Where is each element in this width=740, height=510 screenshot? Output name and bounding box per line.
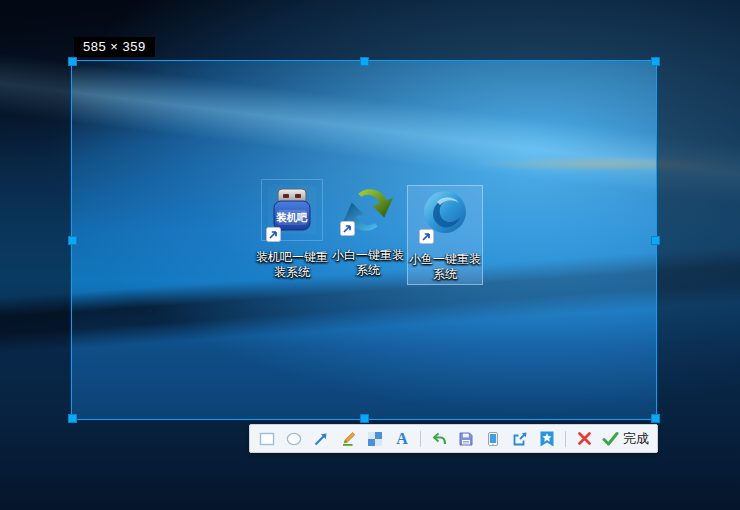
brush-tool-icon[interactable] bbox=[339, 430, 357, 448]
resize-handle-bottom-right[interactable] bbox=[651, 414, 660, 423]
icon-label-xiaobai: 小白一键重装 系统 bbox=[332, 248, 404, 278]
label-line: 装机吧一键重 bbox=[256, 250, 328, 265]
resize-handle-right[interactable] bbox=[651, 236, 660, 245]
undo-icon[interactable] bbox=[430, 430, 448, 448]
desktop-icon-zhuangjiba[interactable]: 装机吧 装机吧一键重 装系统 bbox=[254, 184, 330, 280]
capture-toolbar: A bbox=[249, 424, 658, 453]
desktop-icon-xiaoyu[interactable]: 小鱼一键重装 系统 bbox=[407, 185, 483, 285]
resize-handle-left[interactable] bbox=[68, 236, 77, 245]
resize-handle-bottom[interactable] bbox=[360, 414, 369, 423]
text-tool-icon[interactable]: A bbox=[393, 430, 411, 448]
check-icon bbox=[602, 430, 619, 447]
rectangle-tool-icon[interactable] bbox=[258, 430, 276, 448]
save-icon[interactable] bbox=[457, 430, 475, 448]
label-line: 系统 bbox=[332, 263, 404, 278]
device-preview-icon[interactable] bbox=[484, 430, 502, 448]
toolbar-separator bbox=[565, 431, 566, 447]
svg-text:装机吧: 装机吧 bbox=[275, 211, 308, 223]
xiaoyu-swirl-icon bbox=[421, 188, 469, 236]
resize-handle-top-left[interactable] bbox=[68, 57, 77, 66]
resize-handle-top[interactable] bbox=[360, 57, 369, 66]
desktop-icon-xiaobai[interactable]: 小白一键重装 系统 bbox=[330, 182, 406, 278]
icon-label-zhuangjiba: 装机吧一键重 装系统 bbox=[256, 250, 328, 280]
shortcut-arrow-icon bbox=[266, 227, 281, 242]
label-line: 小白一键重装 bbox=[332, 248, 404, 263]
bookmark-star-icon[interactable] bbox=[538, 430, 556, 448]
shortcut-arrow-icon bbox=[419, 229, 434, 244]
done-button[interactable]: 完成 bbox=[602, 430, 649, 448]
shortcut-arrow-icon bbox=[340, 221, 355, 236]
icon-label-xiaoyu: 小鱼一键重装 系统 bbox=[409, 252, 481, 282]
done-label: 完成 bbox=[623, 430, 649, 448]
toolbar-separator bbox=[420, 431, 421, 447]
zhuangjiba-usb-icon: 装机吧 bbox=[268, 186, 316, 234]
ellipse-tool-icon[interactable] bbox=[285, 430, 303, 448]
label-line: 小鱼一键重装 bbox=[409, 252, 481, 267]
xiaobai-arrows-icon bbox=[342, 184, 394, 236]
label-line: 系统 bbox=[409, 267, 481, 282]
resize-handle-top-right[interactable] bbox=[651, 57, 660, 66]
resize-handle-bottom-left[interactable] bbox=[68, 414, 77, 423]
selection-size-label: 585 × 359 bbox=[74, 37, 155, 57]
mosaic-tool-icon[interactable] bbox=[366, 430, 384, 448]
label-line: 装系统 bbox=[256, 265, 328, 280]
arrow-tool-icon[interactable] bbox=[312, 430, 330, 448]
cancel-icon[interactable] bbox=[575, 430, 593, 448]
share-icon[interactable] bbox=[511, 430, 529, 448]
